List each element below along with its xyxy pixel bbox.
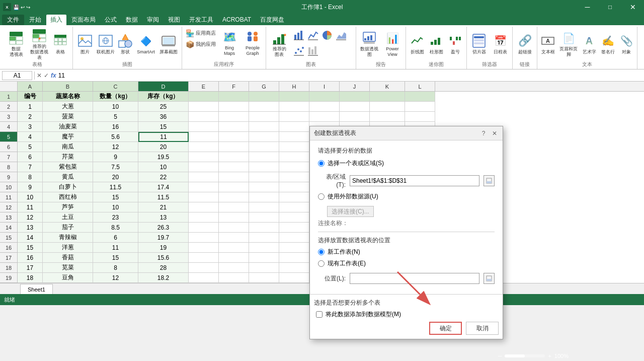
create-pivot-dialog: 创建数据透视表 ? ✕ 请选择要分析的数据 选择一个表或区域(S) 表/区域(T… [309, 126, 503, 339]
svg-rect-78 [487, 181, 492, 183]
dialog-section3-title: 选择是否想要分析多个表 [314, 299, 499, 307]
radio-new-sheet-label: 新工作表(N) [328, 248, 360, 256]
ok-button[interactable]: 确定 [429, 322, 462, 335]
table-range-label: 表/区域(T): [318, 173, 346, 188]
radio-table-range-label: 选择一个表或区域(S) [328, 159, 384, 168]
dialog-section1-title: 请选择要分析的数据 [318, 147, 495, 155]
svg-rect-80 [487, 279, 492, 281]
location-ref-button[interactable] [484, 273, 495, 284]
radio-new-sheet[interactable] [318, 249, 325, 255]
location-label: 位置(L): [318, 274, 346, 283]
add-to-model-checkbox[interactable] [316, 311, 323, 318]
radio-existing-sheet-label: 现有工作表(E) [328, 259, 366, 268]
cancel-button[interactable]: 取消 [466, 322, 499, 335]
radio-external-source-label: 使用外部数据源(U) [328, 192, 378, 201]
table-range-ref-button[interactable] [484, 175, 495, 186]
select-connection-button[interactable]: 选择连接(C)... [327, 206, 374, 217]
dialog-close-icon[interactable]: ✕ [491, 129, 499, 137]
connection-name-label: 连接名称： [318, 219, 495, 228]
radio-existing-sheet[interactable] [318, 260, 325, 267]
location-input[interactable] [350, 273, 479, 284]
add-to-model-label: 将此数据添加到数据模型(M) [326, 310, 401, 319]
dialog-section2-title: 选择放置数据透视表的位置 [318, 236, 495, 245]
radio-table-range[interactable] [318, 160, 325, 167]
table-range-input[interactable] [350, 175, 479, 186]
radio-external-source[interactable] [318, 193, 325, 200]
dialog-titlebar: 创建数据透视表 ? ✕ [310, 126, 503, 140]
dialog-help-button[interactable]: ? [479, 129, 488, 137]
dialog-title-text: 创建数据透视表 [314, 129, 356, 137]
